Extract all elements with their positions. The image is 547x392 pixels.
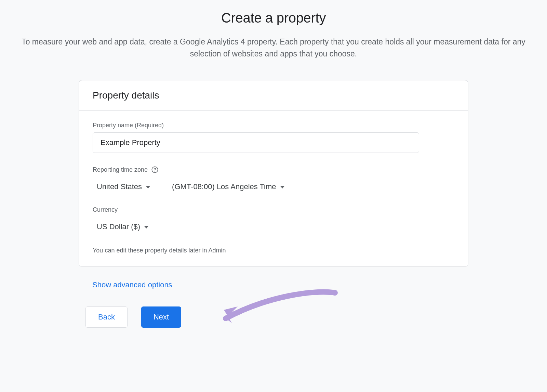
timezone-country-dropdown[interactable]: United States [93, 180, 154, 193]
currency-dropdown-row: US Dollar ($) [93, 220, 454, 233]
svg-point-1 [155, 171, 155, 172]
card-header-title: Property details [93, 90, 454, 101]
timezone-label-text: Reporting time zone [93, 166, 148, 173]
card-header: Property details [79, 80, 468, 111]
show-advanced-options-link[interactable]: Show advanced options [92, 280, 172, 289]
property-name-input[interactable] [93, 132, 419, 153]
caret-down-icon [146, 186, 150, 188]
next-button[interactable]: Next [141, 306, 181, 328]
help-icon[interactable] [151, 166, 159, 173]
currency-dropdown[interactable]: US Dollar ($) [93, 220, 152, 233]
timezone-dropdown-row: United States (GMT-08:00) Los Angeles Ti… [93, 180, 454, 193]
property-name-field-group: Property name (Required) [93, 122, 454, 153]
caret-down-icon [144, 226, 148, 228]
currency-label: Currency [93, 206, 454, 213]
page-title: Create a property [17, 10, 530, 26]
currency-value: US Dollar ($) [97, 222, 140, 231]
page-subtitle: To measure your web and app data, create… [17, 36, 530, 60]
timezone-label: Reporting time zone [93, 166, 454, 173]
edit-later-hint: You can edit these property details late… [93, 247, 454, 254]
back-button[interactable]: Back [85, 306, 128, 328]
caret-down-icon [280, 186, 284, 188]
currency-field-group: Currency US Dollar ($) [93, 206, 454, 233]
annotation-arrow-icon [205, 286, 342, 341]
timezone-tz-dropdown[interactable]: (GMT-08:00) Los Angeles Time [168, 180, 288, 193]
timezone-field-group: Reporting time zone United States (GMT-0… [93, 166, 454, 193]
property-name-label: Property name (Required) [93, 122, 454, 129]
timezone-tz-value: (GMT-08:00) Los Angeles Time [172, 182, 276, 191]
timezone-country-value: United States [97, 182, 142, 191]
below-card-region: Show advanced options Back Next [79, 267, 468, 328]
button-row: Back Next [85, 306, 465, 328]
property-details-card: Property details Property name (Required… [79, 80, 468, 267]
card-body: Property name (Required) Reporting time … [79, 111, 468, 266]
